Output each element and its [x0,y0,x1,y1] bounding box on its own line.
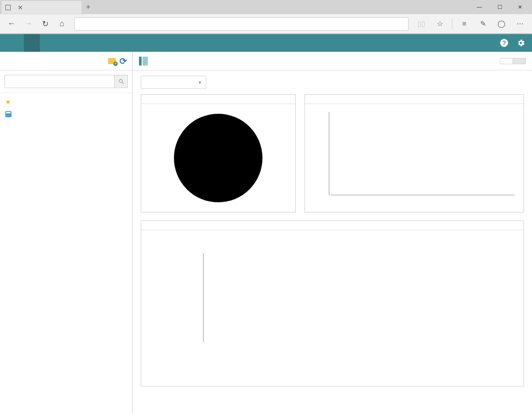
search-button[interactable] [114,75,127,88]
sidebar-header: ⟳ [0,52,132,70]
address-bar: ← → ↻ ⌂ ▯▯ ☆ ≡ ✎ ◯ ⋯ [0,14,532,34]
help-icon[interactable]: ? [499,38,509,48]
window-controls: — ☐ ✕ [469,0,530,14]
star-icon: ★ [5,98,11,105]
top-tabs [24,34,56,52]
browser-chrome: ✕ + — ☐ ✕ ← → ↻ ⌂ ▯▯ ☆ ≡ ✎ ◯ ⋯ [0,0,532,34]
new-tab-button[interactable]: + [81,3,95,12]
chevron-down-icon: ▾ [199,80,201,85]
svg-line-3 [122,82,123,84]
content-header [133,52,532,70]
y-axis [203,253,204,342]
close-window-button[interactable]: ✕ [510,0,530,14]
refresh-icon[interactable]: ⟳ [120,56,127,66]
search-input[interactable] [5,75,114,88]
home-button[interactable]: ⌂ [54,16,70,32]
reload-button[interactable]: ↻ [37,16,53,32]
card-initiators [141,220,524,386]
close-tab-icon[interactable]: ✕ [18,4,23,11]
time-range-select[interactable]: ▾ [141,76,206,89]
browser-tab[interactable]: ✕ [2,0,81,14]
card-title [141,221,524,230]
app-header: ? [0,34,532,52]
content: ▾ [133,52,532,413]
svg-point-2 [119,79,122,82]
card-workflow-status [141,94,296,212]
server-icon [5,111,12,117]
minimize-button[interactable]: — [469,0,490,14]
workflow-icon [139,57,148,66]
tree-favorites[interactable]: ★ [0,96,132,108]
svg-text:?: ? [502,39,506,46]
new-folder-icon[interactable] [108,58,116,64]
hub-icon[interactable]: ≡ [456,16,473,32]
main: ⟳ ★ [0,52,532,413]
sidebar: ⟳ ★ [0,52,133,413]
tab-bar: ✕ + — ☐ ✕ [0,0,532,14]
card-title [305,95,524,104]
x-axis [331,195,515,195]
content-body: ▾ [133,70,532,413]
view-details-button[interactable] [513,58,526,64]
tree: ★ [0,93,132,123]
forward-button[interactable]: → [20,16,36,32]
url-input[interactable] [74,17,409,31]
card-title [141,95,295,104]
card-instances-started [305,94,524,212]
page-icon [5,5,11,10]
share-icon[interactable]: ◯ [493,16,510,32]
y-axis [329,112,329,195]
tree-server[interactable] [0,108,132,120]
maximize-button[interactable]: ☐ [490,0,510,14]
view-switch [500,58,526,64]
top-tab-workflow[interactable] [24,34,40,52]
back-button[interactable]: ← [4,16,19,32]
initiators-bar-chart [163,244,501,368]
pie-chart [174,114,262,202]
settings-icon[interactable] [516,38,526,48]
instances-bar-chart [309,109,519,207]
top-tab-search[interactable] [40,34,56,52]
view-workflow-button[interactable] [500,58,513,64]
sidebar-search [0,70,132,93]
favorite-icon[interactable]: ☆ [432,16,448,32]
more-icon[interactable]: ⋯ [512,16,528,32]
reading-view-icon[interactable]: ▯▯ [413,16,430,32]
divider [452,19,452,29]
notes-icon[interactable]: ✎ [474,16,491,32]
